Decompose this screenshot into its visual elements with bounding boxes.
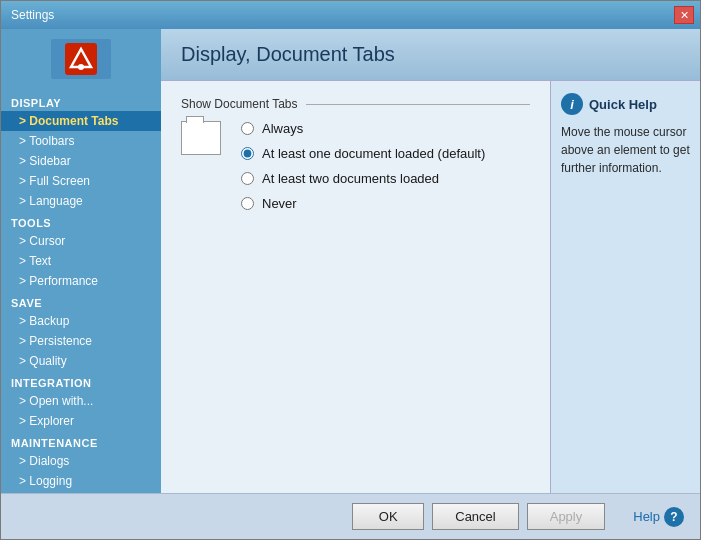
quick-help-panel: i Quick Help Move the mouse cursor above… [550, 81, 700, 493]
page-title: Display, Document Tabs [181, 43, 680, 66]
radio-always-label: Always [262, 121, 303, 136]
sidebar-item-document-tabs[interactable]: Document Tabs [1, 111, 161, 131]
sidebar-section-display: DISPLAY [1, 91, 161, 111]
content-body: Show Document Tabs Always At least one d… [161, 81, 700, 493]
window-title: Settings [11, 8, 54, 22]
sidebar-item-explorer[interactable]: Explorer [1, 411, 161, 431]
settings-window: Settings ✕ DISPLAY Document Tabs Toolbar… [0, 0, 701, 540]
footer-help: Help ? [633, 507, 684, 527]
quick-help-header: i Quick Help [561, 93, 690, 115]
quick-help-text: Move the mouse cursor above an element t… [561, 123, 690, 177]
sidebar-item-performance[interactable]: Performance [1, 271, 161, 291]
close-button[interactable]: ✕ [674, 6, 694, 24]
apply-button[interactable]: Apply [527, 503, 606, 530]
sidebar-item-backup[interactable]: Backup [1, 311, 161, 331]
sidebar-section-tools: TOOLS [1, 211, 161, 231]
radio-never-label: Never [262, 196, 297, 211]
radio-one-label: At least one document loaded (default) [262, 146, 485, 161]
document-tab-icon [181, 121, 221, 155]
sidebar-section-maintenance: MAINTENANCE [1, 431, 161, 451]
sidebar-item-toolbars[interactable]: Toolbars [1, 131, 161, 151]
help-link[interactable]: Help [633, 509, 660, 524]
ok-button[interactable]: OK [352, 503, 424, 530]
help-circle-icon[interactable]: ? [664, 507, 684, 527]
title-bar: Settings ✕ [1, 1, 700, 29]
footer-buttons: OK Cancel Apply [17, 503, 605, 530]
logo-icon [61, 39, 101, 79]
radio-option-never[interactable]: Never [241, 196, 485, 211]
radio-one[interactable] [241, 147, 254, 160]
sidebar: DISPLAY Document Tabs Toolbars Sidebar F… [1, 29, 161, 493]
sidebar-item-dialogs[interactable]: Dialogs [1, 451, 161, 471]
sidebar-item-text[interactable]: Text [1, 251, 161, 271]
sidebar-item-open-with[interactable]: Open with... [1, 391, 161, 411]
sidebar-section-integration: INTEGRATION [1, 371, 161, 391]
sidebar-item-logging[interactable]: Logging [1, 471, 161, 491]
info-icon: i [561, 93, 583, 115]
sidebar-item-cursor[interactable]: Cursor [1, 231, 161, 251]
show-document-tabs-label: Show Document Tabs [181, 97, 530, 111]
radio-two[interactable] [241, 172, 254, 185]
svg-point-1 [78, 64, 84, 70]
radio-two-label: At least two documents loaded [262, 171, 439, 186]
radio-group: Always At least one document loaded (def… [241, 121, 485, 211]
radio-option-two[interactable]: At least two documents loaded [241, 171, 485, 186]
app-logo [51, 39, 111, 79]
radio-always[interactable] [241, 122, 254, 135]
quick-help-title: Quick Help [589, 97, 657, 112]
document-tab-icon-row: Always At least one document loaded (def… [181, 121, 530, 211]
sidebar-item-language[interactable]: Language [1, 191, 161, 211]
content-area: Display, Document Tabs Show Document Tab… [161, 29, 700, 493]
footer: OK Cancel Apply Help ? [1, 493, 700, 539]
cancel-button[interactable]: Cancel [432, 503, 518, 530]
radio-option-always[interactable]: Always [241, 121, 485, 136]
content-header: Display, Document Tabs [161, 29, 700, 81]
sidebar-section-save: SAVE [1, 291, 161, 311]
sidebar-item-sidebar[interactable]: Sidebar [1, 151, 161, 171]
sidebar-item-quality[interactable]: Quality [1, 351, 161, 371]
sidebar-item-persistence[interactable]: Persistence [1, 331, 161, 351]
radio-option-one[interactable]: At least one document loaded (default) [241, 146, 485, 161]
main-panel: Show Document Tabs Always At least one d… [161, 81, 550, 493]
radio-never[interactable] [241, 197, 254, 210]
sidebar-item-full-screen[interactable]: Full Screen [1, 171, 161, 191]
main-content: DISPLAY Document Tabs Toolbars Sidebar F… [1, 29, 700, 493]
